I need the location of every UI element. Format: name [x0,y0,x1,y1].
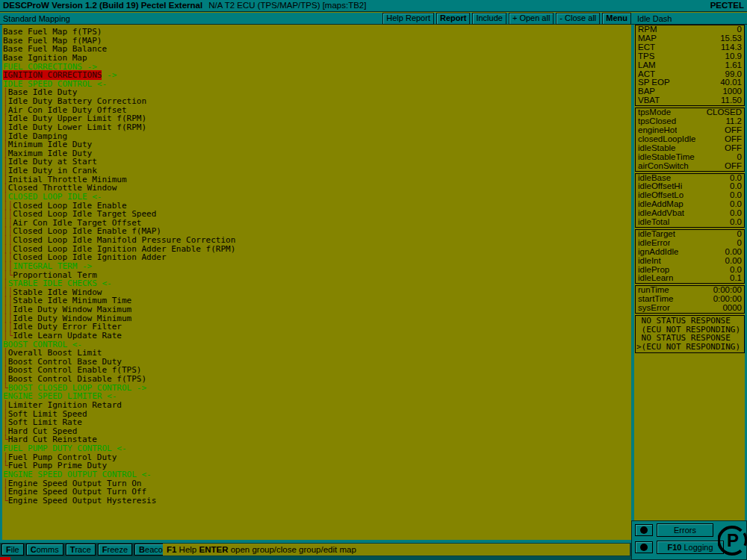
dash-row: idleError0 [636,239,744,248]
tree-item[interactable]: │Soft Limit Rate [3,418,629,427]
dash-channel-label: TPS [638,52,654,61]
dash-channel-label: idleInt [638,257,661,266]
menu-button-group: Help ReportReportInclude+ Open all- Clos… [382,13,633,25]
dash-channel-value: OFF [725,135,742,144]
dash-channel-label: MAP [638,34,657,43]
errors-logging-panel: Errors F10 Logging P [631,520,747,560]
title-bar: DESCProW Version 1.2 (Build 19) Pectel E… [0,0,747,12]
tree-item[interactable]: Base Fuel Map Balance [3,45,629,54]
tree-item[interactable]: ││Closed Loop Idle Ignition Adder [3,253,629,262]
errors-button[interactable]: Errors [657,523,713,537]
dash-row: idleAddVbat0.0 [636,209,744,218]
dash-row: idleOffsetHi0.0 [636,182,744,191]
statusbar-button-group: FileCommsTraceFreezeBeacon [1,544,174,556]
tree-item[interactable]: │Minimum Idle Duty [3,140,629,149]
dash-channel-label: ignAddIdle [638,248,678,257]
dash-channel-value: 10.9 [725,52,742,61]
dash-row: closedLoopIdleOFF [636,135,744,144]
tree-group[interactable]: IDLE SPEED CONTROL <- [3,80,629,89]
menu-button-include[interactable]: Include [472,13,506,25]
dash-channel-label: idleBase [638,174,671,183]
dash-channel-value: 11.50 [721,96,742,105]
errors-led-indicator [635,524,653,536]
dash-channel-value: 0.00 [725,248,742,257]
tree-item[interactable]: │└Idle Learn Update Rate [3,332,629,340]
dash-channel-label: idleAddVbat [638,209,684,218]
dash-channel-value: 0000 [722,304,742,313]
dash-row: idleInt0.00 [636,257,744,266]
dash-block: tpsModeCLOSEDtpsClosed11.2engineHotOFFcl… [635,108,745,171]
dash-channel-label: tpsClosed [638,117,676,126]
dash-channel-label: ECT [638,43,655,52]
dash-channel-label: idleOffsetLo [638,191,684,200]
pectel-p-logo-icon: P [718,523,747,559]
tree-item[interactable]: │Limiter Ignition Retard [3,401,629,410]
dash-row: idleLearn0.1 [636,274,744,283]
dash-channel-label: startTime [638,295,674,304]
dash-channel-value: OFF [725,144,742,153]
dash-channel-label: idleOffsetHi [638,182,682,191]
dash-channel-label: LAM [638,61,656,70]
dash-row: VBAT11.50 [636,96,744,105]
panel-divider [631,25,634,540]
dash-channel-label: RPM [638,25,657,34]
tree-item[interactable]: │Idle Duty Lower Limit f(RPM) [3,123,629,132]
dash-row: idleOffsetLo0.0 [636,191,744,200]
tree-group-arrow-icon: -> [131,383,146,393]
dash-block: runTime0:00:00startTime0:00:00sysError00… [635,285,745,314]
dash-row: airConSwitchOFF [636,162,744,171]
mapping-mode-label: Standard Mapping [3,14,70,23]
menu-button--close-all[interactable]: - Close all [556,13,600,25]
dash-row: LAM1.61 [636,61,744,70]
dash-channel-value: 0.0 [730,218,742,227]
status-message-line: NO STATUS RESPONSE [636,317,744,326]
dash-row: idleTotal0.0 [636,218,744,227]
dash-channel-label: airConSwitch [638,162,689,171]
brand-label: PECTEL [710,0,744,11]
dash-channel-label: runTime [638,286,669,295]
main-area: Base Fuel Map f(TPS)Base Fuel Map f(MAP)… [0,25,747,540]
dash-channel-label: engineHot [638,126,677,135]
statusbar-button-freeze[interactable]: Freeze [98,544,132,556]
left-edge-divider [0,25,2,540]
statusbar-button-trace[interactable]: Trace [66,544,96,556]
dash-channel-label: idleStableTime [638,153,695,162]
dash-channel-label: SP EOP [638,78,670,87]
tree-item[interactable]: └Engine Speed Output Hysteresis [3,497,629,505]
tree-item[interactable]: │Soft Limit Speed [3,410,629,419]
dash-channel-label: idleStable [638,144,676,153]
dash-channel-value: 0 [737,239,742,248]
dash-channel-label: idleAddMap [638,200,684,209]
logging-label: Logging [681,543,713,552]
status-message-line: >(ECU NOT RESPONDING) [636,343,744,352]
logging-led-indicator [635,541,653,553]
dash-channel-label: idleProp [638,266,669,275]
dash-channel-label: ACT [638,70,655,79]
help-text-segment: open group/close group/edit map [228,545,356,554]
f10-logging-button[interactable]: F10 Logging [657,541,724,554]
help-text-segment: ENTER [199,545,228,554]
menu-bar: Standard Mapping Help ReportReportInclud… [0,13,747,25]
dash-channel-label: VBAT [638,96,660,105]
statusbar-button-file[interactable]: File [1,544,24,556]
tree-group-arrow-icon: <- [92,79,107,89]
menu-button--open-all[interactable]: + Open all [509,13,554,25]
dash-row: idleProp0.0 [636,266,744,275]
menu-button-report[interactable]: Report [436,13,470,25]
menu-button-menu[interactable]: Menu [602,13,631,25]
dash-title-label: Idle Dash [633,14,747,23]
map-tree-panel: Base Fuel Map f(TPS)Base Fuel Map f(MAP)… [3,28,629,505]
dash-channel-value: OFF [725,162,742,171]
idle-dash-panel: RPM0MAP15.53ECT114.3TPS10.9LAM1.61ACT99.… [635,25,745,355]
status-messages-block: NO STATUS RESPONSE (ECU NOT RESPONDING) … [635,315,745,353]
tree-item-label: Engine Speed Output Hysteresis [8,496,157,505]
help-text-segment: F1 [167,545,176,554]
dash-row: ignAddIdle0.00 [636,248,744,257]
dash-row: sysError0000 [636,304,744,313]
dash-channel-label: closedLoopIdle [638,135,695,144]
ecu-description: N/A T2 ECU (TPS/MAP/TPS) [maps:TB2] [208,0,366,11]
corner-marker [0,557,10,560]
tree-item[interactable]: │Idle Damping [3,132,629,141]
menu-button-help-report[interactable]: Help Report [382,13,434,25]
statusbar-button-comms[interactable]: Comms [26,544,63,556]
